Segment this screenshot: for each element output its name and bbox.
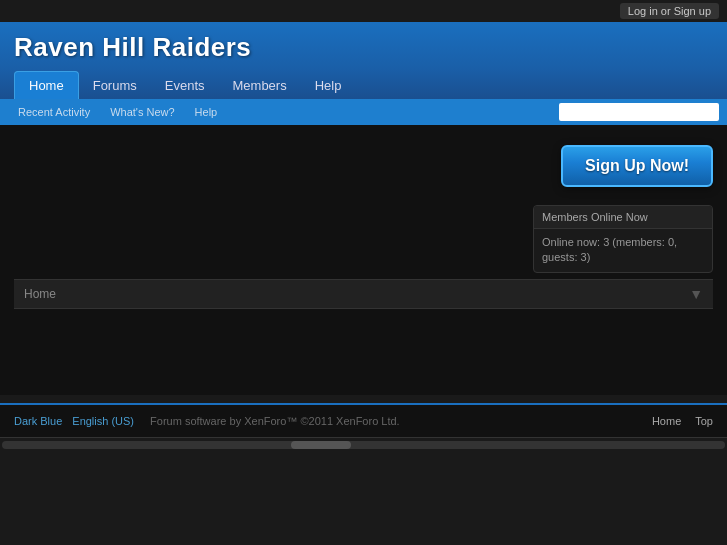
footer-theme-link[interactable]: Dark Blue: [14, 415, 62, 427]
footer-home-link[interactable]: Home: [652, 415, 681, 427]
subnav-help[interactable]: Help: [185, 102, 228, 122]
subnav-whats-new[interactable]: What's New?: [100, 102, 184, 122]
breadcrumb-text: Home: [24, 287, 56, 301]
footer: Dark Blue English (US) Forum software by…: [0, 403, 727, 437]
footer-copyright: Forum software by XenForo™ ©2011 XenForo…: [150, 415, 400, 427]
nav-item-events[interactable]: Events: [151, 72, 219, 99]
members-online-widget: Members Online Now Online now: 3 (member…: [533, 205, 713, 273]
main-content: Sign Up Now! Members Online Now Online n…: [0, 125, 727, 395]
top-bar: Log in or Sign up: [0, 0, 727, 22]
nav-item-members[interactable]: Members: [219, 72, 301, 99]
nav-item-forums[interactable]: Forums: [79, 72, 151, 99]
subnav-recent-activity[interactable]: Recent Activity: [8, 102, 100, 122]
search-input[interactable]: [559, 103, 719, 121]
nav-item-help[interactable]: Help: [301, 72, 356, 99]
header: Raven Hill Raiders Home Forums Events Me…: [0, 22, 727, 99]
breadcrumb-bar: Home ▼: [14, 279, 713, 309]
site-title: Raven Hill Raiders: [14, 32, 713, 63]
signup-button[interactable]: Sign Up Now!: [561, 145, 713, 187]
scrollbar-thumb[interactable]: [291, 441, 351, 449]
scrollbar-area: [0, 437, 727, 451]
nav-item-home[interactable]: Home: [14, 71, 79, 99]
footer-right: Home Top: [652, 415, 713, 427]
members-online-header: Members Online Now: [534, 206, 712, 229]
main-nav: Home Forums Events Members Help: [14, 71, 713, 99]
footer-locale-link[interactable]: English (US): [72, 415, 134, 427]
sub-nav: Recent Activity What's New? Help: [0, 99, 727, 125]
members-online-count: Online now: 3 (members: 0, guests: 3): [542, 236, 677, 263]
login-signup-link[interactable]: Log in or Sign up: [620, 3, 719, 19]
members-online-body: Online now: 3 (members: 0, guests: 3): [534, 229, 712, 272]
scrollbar-track[interactable]: [2, 441, 725, 449]
chevron-down-icon: ▼: [689, 286, 703, 302]
footer-top-link[interactable]: Top: [695, 415, 713, 427]
